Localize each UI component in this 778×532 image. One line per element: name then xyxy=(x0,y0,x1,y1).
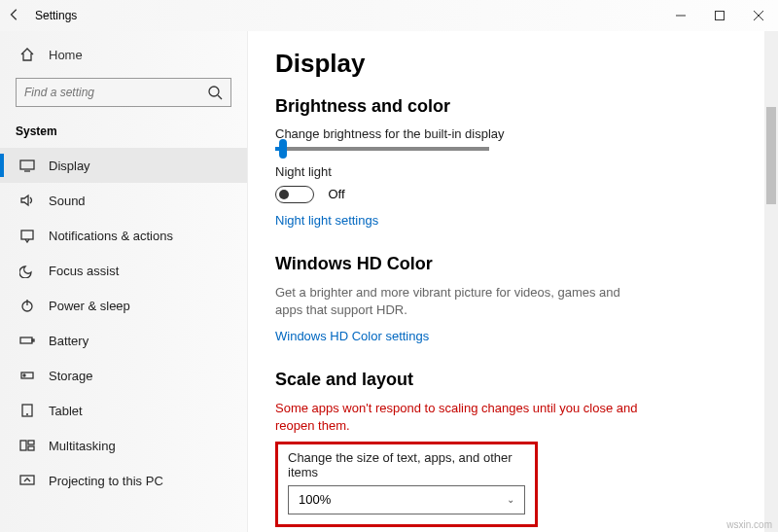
sidebar-item-projecting[interactable]: Projecting to this PC xyxy=(0,463,247,498)
sidebar-item-label: Battery xyxy=(49,334,88,348)
battery-icon xyxy=(19,333,35,348)
svg-rect-20 xyxy=(20,476,34,484)
power-icon xyxy=(19,298,35,313)
svg-rect-1 xyxy=(716,12,725,20)
section-hd-title: Windows HD Color xyxy=(275,254,751,274)
home-icon xyxy=(19,47,35,62)
section-scale-title: Scale and layout xyxy=(275,370,751,390)
page-title: Display xyxy=(275,49,751,79)
minimize-button[interactable] xyxy=(661,0,700,31)
svg-rect-19 xyxy=(28,446,34,450)
sidebar-item-focus-assist[interactable]: Focus assist xyxy=(0,253,247,288)
scale-select-label: Change the size of text, apps, and other… xyxy=(288,450,525,479)
focus-assist-icon xyxy=(19,263,35,278)
night-light-state: Off xyxy=(328,187,344,201)
multitasking-icon xyxy=(19,438,35,453)
notifications-icon xyxy=(19,228,35,243)
svg-rect-11 xyxy=(20,337,32,343)
watermark: wsxin.com xyxy=(726,519,772,530)
night-light-toggle[interactable] xyxy=(275,186,314,203)
sidebar: Home System Display Sound Notifications … xyxy=(0,31,248,532)
sound-icon xyxy=(19,193,35,208)
search-input[interactable] xyxy=(24,86,207,99)
window-title: Settings xyxy=(29,9,77,22)
sidebar-item-multitasking[interactable]: Multitasking xyxy=(0,428,247,463)
back-button[interactable] xyxy=(0,8,29,24)
search-box[interactable] xyxy=(16,78,231,107)
main-content: Display Brightness and color Change brig… xyxy=(248,31,778,532)
scale-select[interactable]: 100% ⌄ xyxy=(288,485,525,514)
chevron-down-icon: ⌄ xyxy=(507,494,514,505)
scale-warning: Some apps won't respond to scaling chang… xyxy=(275,400,645,435)
sidebar-item-label: Multitasking xyxy=(49,439,116,453)
sidebar-item-storage[interactable]: Storage xyxy=(0,358,247,393)
scale-select-highlight: Change the size of text, apps, and other… xyxy=(275,442,538,527)
titlebar: Settings xyxy=(0,0,778,31)
sidebar-item-tablet[interactable]: Tablet xyxy=(0,393,247,428)
sidebar-item-label: Focus assist xyxy=(49,264,119,278)
sidebar-category: System xyxy=(0,117,247,148)
svg-line-5 xyxy=(218,95,222,99)
svg-rect-6 xyxy=(20,160,34,169)
hd-settings-link[interactable]: Windows HD Color settings xyxy=(275,329,429,343)
scale-select-value: 100% xyxy=(299,492,331,507)
svg-rect-8 xyxy=(21,231,33,239)
scrollbar-thumb[interactable] xyxy=(766,107,776,204)
sidebar-item-display[interactable]: Display xyxy=(0,148,247,183)
search-icon xyxy=(207,85,223,100)
projecting-icon xyxy=(19,473,35,488)
sidebar-item-label: Display xyxy=(49,159,90,173)
display-icon xyxy=(19,158,35,173)
close-button[interactable] xyxy=(739,0,778,31)
brightness-slider[interactable] xyxy=(275,147,489,151)
sidebar-item-label: Storage xyxy=(49,369,93,383)
tablet-icon xyxy=(19,403,35,418)
hd-desc: Get a brighter and more vibrant picture … xyxy=(275,284,645,319)
svg-rect-12 xyxy=(32,339,34,341)
sidebar-item-label: Power & sleep xyxy=(49,299,130,313)
night-light-settings-link[interactable]: Night light settings xyxy=(275,213,378,228)
svg-point-14 xyxy=(23,374,25,376)
sidebar-item-sound[interactable]: Sound xyxy=(0,183,247,218)
scrollbar[interactable] xyxy=(764,31,778,532)
sidebar-item-notifications[interactable]: Notifications & actions xyxy=(0,218,247,253)
brightness-slider-label: Change brightness for the built-in displ… xyxy=(275,126,751,141)
svg-point-4 xyxy=(209,87,219,96)
night-light-label: Night light xyxy=(275,164,751,179)
sidebar-item-label: Projecting to this PC xyxy=(49,474,163,488)
svg-rect-17 xyxy=(20,441,26,450)
sidebar-item-power-sleep[interactable]: Power & sleep xyxy=(0,288,247,323)
section-brightness-title: Brightness and color xyxy=(275,96,751,117)
sidebar-home[interactable]: Home xyxy=(0,37,247,72)
maximize-button[interactable] xyxy=(700,0,739,31)
sidebar-item-battery[interactable]: Battery xyxy=(0,323,247,358)
sidebar-item-label: Tablet xyxy=(49,404,83,418)
storage-icon xyxy=(19,368,35,383)
sidebar-home-label: Home xyxy=(49,48,83,62)
svg-rect-18 xyxy=(28,441,34,444)
sidebar-item-label: Sound xyxy=(49,194,86,208)
sidebar-item-label: Notifications & actions xyxy=(49,229,173,243)
